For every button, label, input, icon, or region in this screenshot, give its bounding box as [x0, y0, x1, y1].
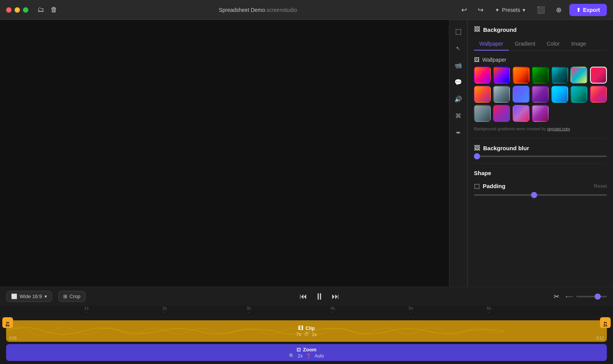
main-area: ⬚ ↖ 📹 💬 🔊 ⌘ ✒ 🖼 Background Wallpaper Gra…: [0, 20, 613, 287]
wallpaper-thumb-9[interactable]: [493, 86, 510, 103]
wallpaper-thumb-7[interactable]: [590, 67, 607, 84]
clip-label: 🎞 Clip 7s ⏱ 1x: [296, 325, 316, 337]
shortcut-tool-button[interactable]: ⌘: [451, 109, 465, 123]
wallpaper-thumb-14[interactable]: [590, 86, 607, 103]
start-marker-label: 6s: [6, 323, 10, 327]
shape-title: Shape: [474, 170, 491, 176]
crop-button[interactable]: ⊞ Crop: [58, 291, 85, 302]
crop-icon: ⊞: [63, 293, 67, 299]
redo-button[interactable]: ↪: [475, 4, 487, 16]
end-marker-label: 2s: [603, 323, 607, 327]
undo-button[interactable]: ↩: [458, 4, 470, 16]
wallpaper-subtitle: Wallpaper: [482, 57, 506, 63]
zoom-icon: ⊡: [297, 347, 301, 353]
folder-icon[interactable]: 🗂: [38, 6, 44, 14]
pen-tool-button[interactable]: ✒: [451, 126, 465, 139]
aspect-label: Wide 16:9: [20, 293, 42, 299]
export-button[interactable]: ⬆ Export: [569, 4, 607, 16]
tab-color[interactable]: Color: [541, 38, 565, 51]
padding-icon: ⬚: [474, 182, 480, 190]
wallpaper-thumb-2[interactable]: [493, 67, 510, 84]
audio-tool-button[interactable]: 🔊: [451, 92, 465, 106]
padding-title: Padding: [483, 183, 505, 189]
titlebar-actions: ↩ ↪ ✦ Presets ▾ ⬛ ⊕ ⬆ Export: [458, 4, 607, 16]
camera-tool-button[interactable]: 📹: [451, 58, 465, 72]
padding-slider[interactable]: [474, 194, 607, 196]
background-icon: 🖼: [474, 26, 480, 33]
wallpaper-thumb-1[interactable]: [474, 67, 491, 84]
credit-link[interactable]: raycast.com: [547, 126, 570, 131]
blur-slider-row: [474, 156, 607, 157]
padding-reset-button[interactable]: Reset: [594, 183, 607, 189]
playback-bar: ⬜ Wide 16:9 ▾ ⊞ Crop ⏮ ⏸ ⏭ ✂ ⟵: [0, 287, 613, 306]
zoom-track[interactable]: ⊡ Zoom 🔍 2x 📍 Auto: [6, 344, 607, 361]
clip-track[interactable]: 🎞 Clip 7s ⏱ 1x 0:05 0:12: [6, 320, 607, 342]
layout-button[interactable]: ⬛: [534, 4, 548, 16]
clock-icon: ⏱: [304, 332, 309, 337]
clip-start-time: 0:05: [9, 336, 16, 340]
wallpaper-thumb-13[interactable]: [570, 86, 587, 103]
wallpaper-subsection: 🖼 Wallpaper: [474, 57, 607, 132]
wallpaper-thumb-12[interactable]: [551, 86, 568, 103]
wallpaper-thumb-17[interactable]: [513, 105, 529, 122]
pause-button[interactable]: ⏸: [315, 291, 324, 302]
wallpaper-thumb-10[interactable]: [513, 86, 529, 103]
start-marker[interactable]: ✂6s: [2, 317, 13, 328]
waveform: [6, 320, 504, 342]
maximize-button[interactable]: [23, 7, 28, 13]
padding-slider-row: [474, 194, 607, 196]
chevron-down-icon: ▾: [44, 293, 47, 299]
help-button[interactable]: ⊕: [553, 4, 565, 16]
zoom-label-bottom: 🔍 2x 📍 Auto: [289, 353, 324, 359]
canvas-area: [0, 20, 449, 287]
rewind-button[interactable]: ⏮: [300, 292, 307, 301]
select-tool-button[interactable]: ⬚: [451, 25, 465, 38]
wallpaper-thumb-18[interactable]: [532, 105, 549, 122]
clip-speed: 1x: [312, 332, 317, 337]
credit-prefix: Background gradients were created by: [474, 126, 547, 131]
wallpaper-thumb-8[interactable]: [474, 86, 491, 103]
speed-slider-row: ⟵: [565, 293, 607, 300]
project-name: Spreadsheet Demo: [219, 7, 265, 13]
wallpaper-thumb-11[interactable]: [532, 86, 549, 103]
chevron-down-icon: ▾: [523, 7, 525, 13]
zoom-label: ⊡ Zoom 🔍 2x 📍 Auto: [289, 347, 324, 359]
search-icon: 🔍: [289, 353, 295, 359]
minimize-button[interactable]: [15, 7, 20, 13]
shape-section-header: Shape: [474, 170, 607, 176]
wallpaper-thumb-16[interactable]: [493, 105, 510, 122]
trash-icon[interactable]: 🗑: [51, 6, 57, 14]
background-section: 🖼 Background Wallpaper Gradient Color Im…: [474, 26, 607, 51]
traffic-lights: [6, 7, 28, 13]
presets-button[interactable]: ✦ Presets ▾: [491, 5, 529, 15]
scissors-button[interactable]: ✂: [554, 292, 559, 301]
zoom-value: 2x: [298, 353, 303, 359]
padding-header: ⬚ Padding: [474, 182, 505, 190]
close-button[interactable]: [6, 7, 11, 13]
divider-2: [474, 163, 607, 164]
speech-tool-button[interactable]: 💬: [451, 75, 465, 89]
wallpaper-thumb-15[interactable]: [474, 105, 491, 122]
padding-section: ⬚ Padding Reset: [474, 182, 607, 196]
film-icon: 🎞: [298, 325, 303, 331]
speed-slider[interactable]: [576, 296, 607, 297]
tab-image[interactable]: Image: [566, 38, 592, 51]
wallpaper-thumb-5[interactable]: [551, 67, 568, 84]
cursor-tool-button[interactable]: ↖: [451, 41, 465, 55]
clip-label-top: 🎞 Clip: [298, 325, 315, 331]
blur-slider[interactable]: [474, 156, 607, 157]
end-marker[interactable]: ✂2s: [600, 317, 611, 328]
tab-gradient[interactable]: Gradient: [510, 38, 541, 51]
blur-title: Background blur: [483, 145, 529, 151]
ruler-mark-1s: 1s: [84, 306, 89, 314]
clip-duration: 7s: [296, 332, 301, 337]
aspect-ratio-button[interactable]: ⬜ Wide 16:9 ▾: [6, 291, 52, 302]
sparkle-icon: ✦: [495, 7, 500, 13]
forward-button[interactable]: ⏭: [332, 292, 339, 301]
wallpaper-thumb-4[interactable]: [532, 67, 549, 84]
clip-label-bottom: 7s ⏱ 1x: [296, 332, 316, 337]
wallpaper-thumb-6[interactable]: [570, 67, 587, 84]
wallpaper-thumb-3[interactable]: [513, 67, 529, 84]
titlebar: 🗂 🗑 Spreadsheet Demo.screenstudio ↩ ↪ ✦ …: [0, 0, 613, 20]
tab-wallpaper[interactable]: Wallpaper: [474, 38, 509, 51]
